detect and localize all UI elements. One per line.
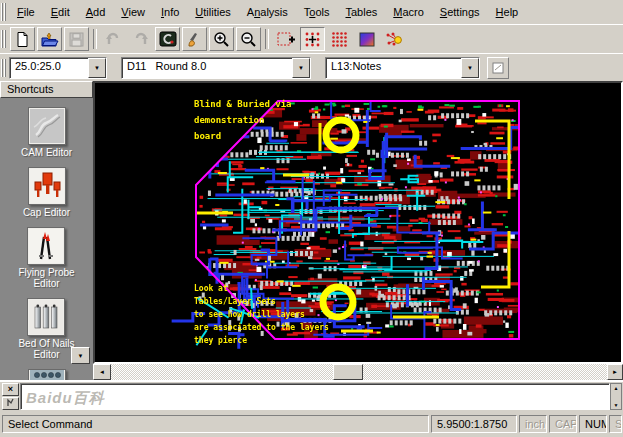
new-file-icon bbox=[14, 31, 31, 48]
status-num-lock: NUM bbox=[579, 415, 607, 433]
menu-tools[interactable]: Tools bbox=[296, 1, 338, 23]
cam350-window: { "icons": { "down_arrow": "▼", "up_arro… bbox=[0, 0, 623, 437]
snap-grid-icon bbox=[304, 31, 321, 48]
highlight-net-button[interactable] bbox=[381, 27, 406, 51]
toolbar-grip[interactable] bbox=[1, 59, 6, 77]
menu-tables[interactable]: Tables bbox=[337, 1, 385, 23]
shortcut-next-editor[interactable] bbox=[28, 369, 66, 380]
layer-combo[interactable]: L13:Notes ▼ bbox=[325, 57, 480, 79]
menu-grip[interactable] bbox=[1, 3, 6, 21]
shortcuts-sidebar: Shortcuts CAM Editor Cap Editor Flying P… bbox=[0, 81, 93, 380]
menu-macro[interactable]: Macro bbox=[385, 1, 432, 23]
pcb-canvas[interactable] bbox=[95, 83, 621, 362]
shortcut-cap-editor[interactable]: Cap Editor bbox=[23, 167, 70, 218]
shortcut-label: Flying Probe Editor bbox=[18, 267, 74, 289]
zoom-in-button[interactable] bbox=[209, 27, 234, 51]
toolbar-separator bbox=[265, 29, 269, 49]
new-button[interactable] bbox=[10, 27, 35, 51]
snap-grid-button[interactable] bbox=[300, 27, 325, 51]
menu-info[interactable]: Info bbox=[153, 1, 187, 23]
shortcuts-tab[interactable]: Shortcuts bbox=[0, 81, 93, 98]
shortcut-cam-editor[interactable]: CAM Editor bbox=[21, 107, 72, 158]
layer-combo-value: L13:Notes bbox=[326, 58, 461, 78]
layer-swatch-button[interactable] bbox=[487, 57, 509, 79]
status-message: Select Command bbox=[2, 415, 429, 433]
layer-swatch-icon bbox=[492, 62, 504, 74]
bed-of-nails-editor-icon bbox=[27, 298, 65, 336]
highlight-net-icon bbox=[385, 31, 403, 48]
save-floppy-icon bbox=[68, 31, 85, 48]
chevron-down-icon[interactable]: ▼ bbox=[461, 58, 479, 78]
command-input[interactable] bbox=[20, 383, 610, 410]
canvas-column: Blind & Buried via demonstration board L… bbox=[93, 81, 623, 380]
grid-combo-value: 25.0:25.0 bbox=[10, 58, 88, 78]
cam-editor-icon bbox=[28, 107, 66, 145]
menu-analysis[interactable]: Analysis bbox=[239, 1, 296, 23]
menu-help[interactable]: Help bbox=[488, 1, 527, 23]
status-scroll-lock: SCRL bbox=[609, 415, 622, 433]
menu-settings[interactable]: Settings bbox=[432, 1, 488, 23]
grid-combo[interactable]: 25.0:25.0 ▼ bbox=[9, 57, 107, 79]
scroll-right-button[interactable]: ► bbox=[607, 364, 623, 380]
toolbar-separator bbox=[93, 29, 97, 49]
shortcuts-panel: CAM Editor Cap Editor Flying Probe Edito… bbox=[0, 98, 93, 380]
command-close-button[interactable]: × bbox=[2, 383, 19, 396]
save-button[interactable] bbox=[64, 27, 89, 51]
color-palette-icon bbox=[358, 31, 376, 48]
command-window: × ▲ ▼ bbox=[0, 380, 623, 412]
highlight-brush-icon bbox=[186, 31, 203, 48]
fixture-editor-icon bbox=[28, 369, 66, 380]
flying-probe-editor-icon bbox=[27, 227, 65, 265]
redo-arrow-icon bbox=[132, 31, 149, 48]
shortcut-label: Bed Of Nails Editor bbox=[18, 338, 74, 360]
command-buttons: × bbox=[2, 383, 20, 410]
scroll-down-icon: ▼ bbox=[611, 401, 621, 409]
open-button[interactable] bbox=[37, 27, 62, 51]
shortcut-label: Cap Editor bbox=[23, 207, 70, 218]
undo-button[interactable] bbox=[101, 27, 126, 51]
menu-bar: File Edit Add View Info Utilities Analys… bbox=[0, 0, 623, 24]
combo-toolbar: 25.0:25.0 ▼ D11 Round 8.0 ▼ L13:Notes ▼ bbox=[0, 53, 623, 81]
menu-file[interactable]: File bbox=[9, 1, 43, 23]
redraw-screen-icon bbox=[159, 31, 177, 47]
zoom-out-icon bbox=[240, 31, 257, 48]
menu-edit[interactable]: Edit bbox=[43, 1, 78, 23]
scrollbar-thumb[interactable] bbox=[333, 364, 363, 380]
status-caps-lock: CAP bbox=[549, 415, 577, 433]
scroll-right-icon: ► bbox=[612, 369, 618, 375]
main-area: Shortcuts CAM Editor Cap Editor Flying P… bbox=[0, 81, 623, 380]
shortcuts-scroll-down-button[interactable]: ▼ bbox=[71, 347, 90, 364]
command-scrollbar[interactable]: ▲ ▼ bbox=[610, 383, 622, 410]
dcode-combo[interactable]: D11 Round 8.0 ▼ bbox=[121, 57, 311, 79]
origin-button[interactable] bbox=[273, 27, 298, 51]
undo-arrow-icon bbox=[105, 31, 122, 48]
pcb-viewport[interactable]: Blind & Buried via demonstration board L… bbox=[93, 81, 623, 364]
toolbar-grip[interactable] bbox=[1, 30, 6, 48]
redo-button[interactable] bbox=[128, 27, 153, 51]
chevron-down-icon: ▼ bbox=[78, 353, 84, 359]
pin-icon bbox=[6, 398, 15, 409]
colors-button[interactable] bbox=[354, 27, 379, 51]
menu-view[interactable]: View bbox=[113, 1, 153, 23]
grid-points-icon bbox=[331, 31, 348, 48]
shortcut-flying-probe-editor[interactable]: Flying Probe Editor bbox=[18, 227, 74, 289]
redraw-button[interactable] bbox=[155, 27, 180, 51]
main-toolbar bbox=[0, 24, 623, 53]
menu-utilities[interactable]: Utilities bbox=[187, 1, 238, 23]
dcode-combo-value: D11 Round 8.0 bbox=[122, 58, 292, 78]
scroll-left-button[interactable]: ◄ bbox=[93, 364, 111, 380]
close-icon: × bbox=[8, 385, 13, 394]
menu-add[interactable]: Add bbox=[78, 1, 114, 23]
command-pin-button[interactable] bbox=[2, 397, 19, 410]
chevron-down-icon[interactable]: ▼ bbox=[292, 58, 310, 78]
scroll-up-icon: ▲ bbox=[611, 384, 621, 392]
grid-button[interactable] bbox=[327, 27, 352, 51]
shortcut-label: CAM Editor bbox=[21, 147, 72, 158]
cap-editor-icon bbox=[28, 167, 66, 205]
zoom-in-icon bbox=[213, 31, 230, 48]
shortcut-bed-of-nails-editor[interactable]: Bed Of Nails Editor bbox=[18, 298, 74, 360]
zoom-out-button[interactable] bbox=[236, 27, 261, 51]
chevron-down-icon[interactable]: ▼ bbox=[88, 58, 106, 78]
highlight-button[interactable] bbox=[182, 27, 207, 51]
horizontal-scrollbar[interactable]: ◄ ► bbox=[93, 364, 623, 380]
